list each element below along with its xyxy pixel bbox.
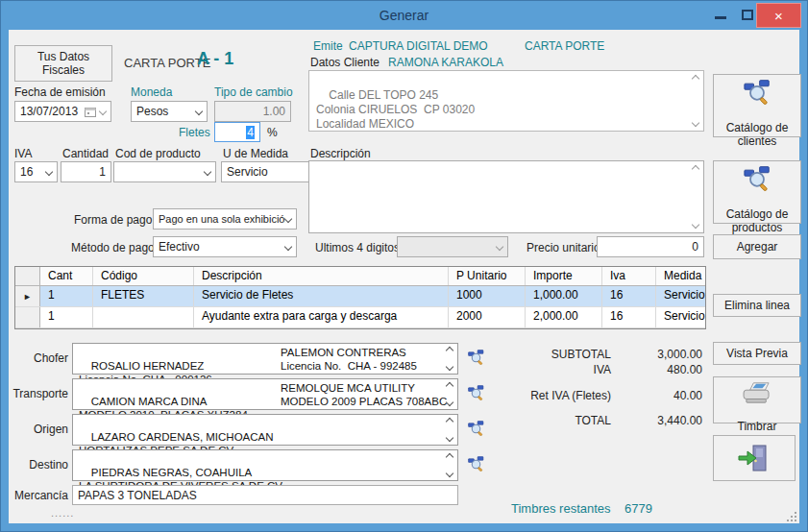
scroll-up-icon[interactable] xyxy=(446,347,453,354)
forma-pago-value: Pago en una sola exhibición xyxy=(159,213,285,225)
mercancia-field[interactable]: PAPAS 3 TONELADAS xyxy=(72,485,458,505)
vista-previa-button[interactable]: Vista Previa xyxy=(713,342,801,365)
catalog-search-icon xyxy=(743,64,771,118)
app-window: Generar × Tus Datos Fiscales CARTA PORTE… xyxy=(0,0,808,532)
scroll-up-icon[interactable] xyxy=(692,75,699,83)
col-medida[interactable]: Medida xyxy=(656,267,705,285)
scroll-down-icon[interactable] xyxy=(446,363,453,371)
doc-type-label: CARTA PORTE xyxy=(525,39,604,53)
exit-button[interactable] xyxy=(713,435,796,481)
scroll-up-icon[interactable] xyxy=(692,165,699,173)
fecha-emision-label: Fecha de emisión xyxy=(14,85,106,99)
cantidad-label: Cantidad xyxy=(62,147,109,160)
forma-pago-label: Forma de pago xyxy=(74,213,152,227)
chofer-box[interactable]: ROSALIO HERNADEZ Licencia No. CHA - 0091… xyxy=(72,343,458,375)
destino-box[interactable]: PIEDRAS NEGRAS, COAHUILA LA SURTIDORA DE… xyxy=(72,449,458,481)
grid-header-row: Cant Código Descripción P Unitario Impor… xyxy=(15,267,705,286)
chevron-down-icon xyxy=(45,168,53,176)
catalogo-productos-button[interactable]: Catálogo de productos xyxy=(713,160,801,224)
origen-box[interactable]: LAZARO CARDENAS, MICHOACAN HORTALIZAS PE… xyxy=(72,414,458,446)
iva-value: 16 xyxy=(20,165,46,179)
transporte-box[interactable]: CAMION MARCA DINA MODELO 2010 PLACAS XUZ… xyxy=(72,378,458,410)
scroll-down-icon[interactable] xyxy=(446,470,453,477)
moneda-select[interactable]: Pesos xyxy=(131,101,208,122)
col-codigo[interactable]: Código xyxy=(93,267,194,285)
table-row[interactable]: ► 1 FLETES Servicio de Fletes 1000 1,000… xyxy=(15,286,705,307)
scroll-down-icon[interactable] xyxy=(692,119,699,127)
transporte-col2: REMOLQUE MCA UTILITY MODELO 2009 PLACAS … xyxy=(281,381,447,408)
mercancia-label: Mercancía xyxy=(7,489,68,502)
cod-producto-select[interactable] xyxy=(113,161,216,182)
tipo-cambio-field[interactable]: 1.00 xyxy=(214,101,291,122)
catalogo-clientes-button[interactable]: Catálogo de clientes xyxy=(713,74,801,137)
cell-descripcion: Servicio de Fletes xyxy=(194,286,449,306)
close-button[interactable]: × xyxy=(756,3,801,28)
chofer-label: Chofer xyxy=(7,351,68,365)
col-importe[interactable]: Importe xyxy=(526,267,602,285)
scroll-down-icon[interactable] xyxy=(692,221,699,229)
printer-icon xyxy=(741,367,773,419)
emite-value: CAPTURA DIGITAL DEMO xyxy=(349,39,488,53)
cell-iva: 16 xyxy=(602,286,656,306)
transporte-search-icon[interactable] xyxy=(468,384,484,400)
metodo-pago-label: Método de pago xyxy=(71,241,155,254)
titlebar: Generar xyxy=(1,1,807,30)
cell-medida: Servicio xyxy=(656,307,705,327)
chevron-down-icon xyxy=(204,168,211,176)
emite-label: Emite xyxy=(313,39,343,53)
scroll-up-icon[interactable] xyxy=(446,418,453,425)
resize-grip[interactable] xyxy=(795,520,796,521)
cliente-nombre: RAMONA KARAKOLA xyxy=(388,56,503,69)
u-medida-field[interactable]: Servicio xyxy=(221,161,314,182)
exit-door-icon xyxy=(737,429,771,487)
subtotal-value: 3,000.00 xyxy=(606,348,702,361)
metodo-pago-select[interactable]: Efectivo xyxy=(153,236,297,257)
ret-iva-value: 40.00 xyxy=(606,389,702,402)
total-value: 3,440.00 xyxy=(606,414,702,427)
cell-codigo xyxy=(93,307,194,327)
precio-unitario-field[interactable]: 0 xyxy=(597,236,704,257)
forma-pago-select[interactable]: Pago en una sola exhibición xyxy=(153,208,297,230)
precio-unitario-label: Precio unitario xyxy=(526,241,600,254)
fletes-label: Fletes xyxy=(179,126,210,139)
cell-importe: 1,000.00 xyxy=(526,286,602,306)
col-p-unitario[interactable]: P Unitario xyxy=(449,267,526,285)
moneda-value: Pesos xyxy=(136,105,196,118)
scroll-up-icon[interactable] xyxy=(446,453,453,461)
ultimos-digitos-label: Ultimos 4 digitos xyxy=(315,241,400,254)
moneda-label: Moneda xyxy=(131,85,172,99)
fecha-emision-value: 13/07/2013 xyxy=(20,105,85,118)
chevron-down-icon xyxy=(99,108,107,115)
chofer-search-icon[interactable] xyxy=(468,349,484,365)
maximize-icon[interactable] xyxy=(742,10,753,20)
iva-total-label: IVA xyxy=(515,363,611,376)
chevron-down-icon xyxy=(284,243,292,251)
timbres-restantes-label: Timbres restantes xyxy=(511,501,611,516)
cell-cant: 1 xyxy=(40,307,93,327)
agregar-button[interactable]: Agregar xyxy=(713,234,801,259)
cell-medida: Servicio xyxy=(656,286,705,306)
items-grid: Cant Código Descripción P Unitario Impor… xyxy=(14,266,706,329)
iva-select[interactable]: 16 xyxy=(14,161,58,182)
chofer-col2: PALEMON CONTRERAS Licencia No. CHA - 992… xyxy=(281,346,417,373)
scroll-down-icon[interactable] xyxy=(446,434,453,442)
fletes-field[interactable]: 4 xyxy=(214,122,260,142)
col-iva[interactable]: Iva xyxy=(602,267,656,285)
metodo-pago-value: Efectivo xyxy=(159,240,285,254)
origen-search-icon[interactable] xyxy=(468,420,484,436)
col-cant[interactable]: Cant xyxy=(40,267,93,285)
timbrar-button[interactable]: Timbrar xyxy=(713,376,801,423)
descripcion-box[interactable] xyxy=(308,160,704,233)
tus-datos-fiscales-button[interactable]: Tus Datos Fiscales xyxy=(14,45,112,82)
cell-cant: 1 xyxy=(40,286,93,306)
minimize-icon[interactable] xyxy=(715,16,726,19)
elimina-linea-button[interactable]: Elimina linea xyxy=(713,294,801,317)
table-row[interactable]: 1 Ayudante extra para carga y descarga 2… xyxy=(15,307,705,328)
catalog-search-icon xyxy=(743,151,771,205)
ultimos-digitos-select[interactable] xyxy=(397,236,508,257)
destino-search-icon[interactable] xyxy=(468,455,484,472)
col-descripcion[interactable]: Descripción xyxy=(194,267,449,285)
cantidad-field[interactable]: 1 xyxy=(61,161,111,182)
cliente-direccion-box[interactable]: Calle DEL TOPO 245 Colonia CIRUELOS CP 0… xyxy=(308,70,704,132)
fecha-emision-picker[interactable]: 13/07/2013 xyxy=(14,101,111,122)
